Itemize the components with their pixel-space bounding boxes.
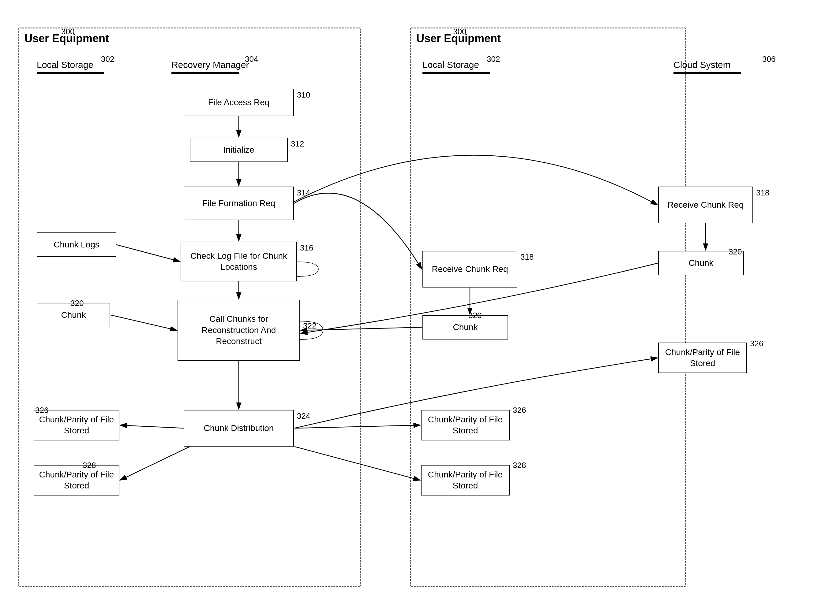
chunk-parity-left-328-label: Chunk/Parity of File Stored: [37, 469, 116, 491]
ref-316: 316: [300, 243, 313, 253]
cloud-system-bar: [674, 72, 741, 74]
ref-328-mid: 328: [513, 461, 526, 470]
recovery-manager-bar: [171, 72, 239, 74]
ref-318-cloud: 318: [756, 188, 769, 198]
right-ref-302: 302: [487, 54, 500, 64]
chunk-distribution-box: Chunk Distribution: [184, 410, 294, 447]
chunk-parity-cloud-326-label: Chunk/Parity of File Stored: [661, 347, 744, 369]
ref-322: 322: [303, 321, 316, 331]
chunk-logs-box: Chunk Logs: [37, 232, 116, 257]
call-chunks-label: Call Chunks for Reconstruction And Recon…: [181, 314, 297, 347]
receive-chunk-req-mid-box: Receive Chunk Req: [422, 251, 517, 287]
ref-328-left: 328: [82, 461, 96, 470]
initialize-label: Initialize: [223, 144, 254, 155]
initialize-box: Initialize: [190, 138, 288, 162]
ref-304: 304: [245, 54, 258, 64]
right-user-equipment-box: [410, 28, 686, 587]
ref-326-mid: 326: [513, 406, 526, 415]
ref-320-cloud: 320: [728, 247, 742, 257]
chunk-cloud-label: Chunk: [689, 258, 713, 268]
right-ref-300: 300: [453, 27, 466, 37]
diagram-container: User Equipment 300 Local Storage 302 Rec…: [0, 0, 840, 616]
file-access-req-box: File Access Req: [184, 89, 294, 116]
ref-326-cloud: 326: [750, 339, 763, 348]
ref-306: 306: [762, 54, 775, 64]
chunk-distribution-label: Chunk Distribution: [204, 423, 274, 434]
ref-312: 312: [291, 139, 304, 149]
call-chunks-box: Call Chunks for Reconstruction And Recon…: [178, 300, 300, 361]
receive-chunk-req-cloud-label: Receive Chunk Req: [667, 199, 744, 210]
ref-318-mid: 318: [521, 252, 534, 262]
chunk-mid-label: Chunk: [453, 322, 478, 333]
left-local-storage-label: Local Storage: [37, 60, 93, 70]
chunk-parity-mid-328-box: Chunk/Parity of File Stored: [421, 465, 510, 496]
recovery-manager-label: Recovery Manager: [171, 60, 249, 70]
ref-320-left: 320: [71, 299, 84, 308]
ref-320-mid: 320: [468, 311, 481, 320]
chunk-parity-cloud-326-box: Chunk/Parity of File Stored: [658, 343, 747, 373]
file-access-req-label: File Access Req: [208, 97, 270, 108]
receive-chunk-req-cloud-box: Receive Chunk Req: [658, 186, 753, 223]
ref-310: 310: [297, 90, 310, 100]
right-local-storage-label: Local Storage: [422, 60, 479, 70]
chunk-logs-label: Chunk Logs: [54, 239, 99, 250]
chunk-parity-mid-328-label: Chunk/Parity of File Stored: [424, 469, 507, 491]
ref-314: 314: [297, 188, 310, 198]
chunk-parity-left-326-label: Chunk/Parity of File Stored: [37, 414, 116, 437]
check-log-label: Check Log File for Chunk Locations: [184, 251, 294, 273]
file-formation-req-box: File Formation Req: [184, 186, 294, 220]
check-log-box: Check Log File for Chunk Locations: [181, 242, 297, 282]
chunk-mid-box: Chunk: [422, 315, 508, 339]
ref-324: 324: [297, 411, 310, 421]
left-ref-300: 300: [61, 27, 74, 37]
file-formation-req-label: File Formation Req: [202, 198, 275, 209]
chunk-parity-left-328-box: Chunk/Parity of File Stored: [34, 465, 119, 496]
receive-chunk-req-mid-label: Receive Chunk Req: [432, 264, 508, 275]
chunk-parity-mid-326-box: Chunk/Parity of File Stored: [421, 410, 510, 440]
cloud-system-label: Cloud System: [674, 60, 731, 70]
ref-326-left: 326: [35, 406, 49, 415]
left-local-storage-bar: [37, 72, 104, 74]
right-local-storage-bar: [422, 72, 490, 74]
left-ref-302: 302: [101, 54, 114, 64]
chunk-left-label: Chunk: [61, 309, 86, 321]
chunk-parity-mid-326-label: Chunk/Parity of File Stored: [424, 414, 507, 437]
